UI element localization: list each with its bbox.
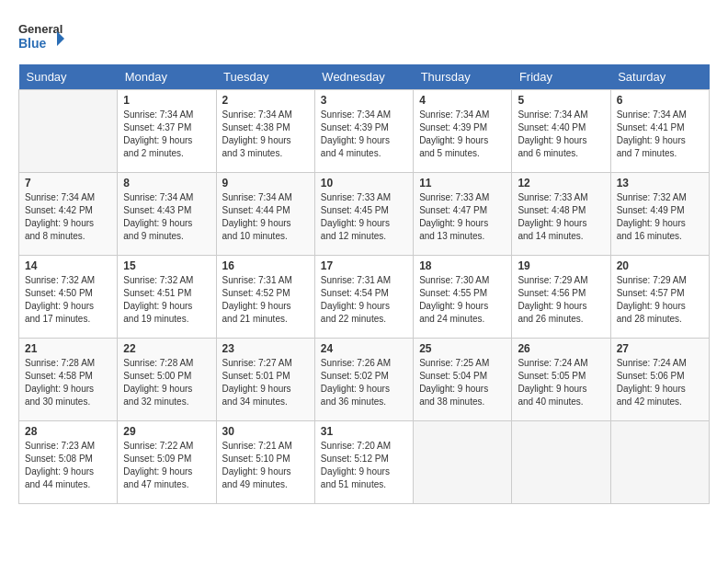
day-info: Sunrise: 7:34 AM Sunset: 4:39 PM Dayligh… xyxy=(419,109,506,160)
day-info: Sunrise: 7:26 AM Sunset: 5:02 PM Dayligh… xyxy=(321,357,407,408)
calendar-table: SundayMondayTuesdayWednesdayThursdayFrid… xyxy=(18,64,710,504)
calendar-cell: 7Sunrise: 7:34 AM Sunset: 4:42 PM Daylig… xyxy=(19,173,118,256)
calendar-cell: 13Sunrise: 7:32 AM Sunset: 4:49 PM Dayli… xyxy=(610,173,709,256)
day-info: Sunrise: 7:32 AM Sunset: 4:49 PM Dayligh… xyxy=(617,191,703,243)
day-number: 20 xyxy=(617,259,703,272)
day-info: Sunrise: 7:34 AM Sunset: 4:44 PM Dayligh… xyxy=(222,191,309,243)
day-info: Sunrise: 7:32 AM Sunset: 4:51 PM Dayligh… xyxy=(123,274,210,326)
day-number: 8 xyxy=(123,177,210,190)
day-info: Sunrise: 7:29 AM Sunset: 4:56 PM Dayligh… xyxy=(518,274,604,326)
day-info: Sunrise: 7:22 AM Sunset: 5:09 PM Dayligh… xyxy=(123,440,210,491)
page-header: GeneralBlue xyxy=(18,18,710,55)
day-number: 3 xyxy=(321,94,407,107)
calendar-cell: 26Sunrise: 7:24 AM Sunset: 5:05 PM Dayli… xyxy=(512,339,610,421)
day-info: Sunrise: 7:21 AM Sunset: 5:10 PM Dayligh… xyxy=(222,440,309,491)
calendar-cell: 4Sunrise: 7:34 AM Sunset: 4:39 PM Daylig… xyxy=(414,90,512,173)
calendar-week-row: 14Sunrise: 7:32 AM Sunset: 4:50 PM Dayli… xyxy=(19,256,710,339)
header-day: Friday xyxy=(512,64,610,90)
calendar-cell: 6Sunrise: 7:34 AM Sunset: 4:41 PM Daylig… xyxy=(610,90,709,173)
day-info: Sunrise: 7:34 AM Sunset: 4:42 PM Dayligh… xyxy=(25,191,111,243)
day-number: 23 xyxy=(222,342,309,355)
day-number: 25 xyxy=(419,342,506,355)
calendar-cell: 15Sunrise: 7:32 AM Sunset: 4:51 PM Dayli… xyxy=(118,256,216,339)
day-info: Sunrise: 7:31 AM Sunset: 4:52 PM Dayligh… xyxy=(222,274,309,326)
day-number: 11 xyxy=(419,177,506,190)
calendar-cell: 19Sunrise: 7:29 AM Sunset: 4:56 PM Dayli… xyxy=(512,256,610,339)
day-number: 9 xyxy=(222,177,309,190)
svg-text:General: General xyxy=(18,22,63,36)
calendar-cell: 2Sunrise: 7:34 AM Sunset: 4:38 PM Daylig… xyxy=(216,90,314,173)
calendar-cell: 10Sunrise: 7:33 AM Sunset: 4:45 PM Dayli… xyxy=(314,173,413,256)
calendar-cell: 31Sunrise: 7:20 AM Sunset: 5:12 PM Dayli… xyxy=(314,421,413,504)
calendar-cell: 22Sunrise: 7:28 AM Sunset: 5:00 PM Dayli… xyxy=(118,339,216,421)
calendar-cell: 25Sunrise: 7:25 AM Sunset: 5:04 PM Dayli… xyxy=(414,339,512,421)
day-number: 18 xyxy=(419,259,506,272)
day-number: 5 xyxy=(518,94,604,107)
logo-svg: GeneralBlue xyxy=(18,18,64,55)
day-number: 22 xyxy=(123,342,210,355)
calendar-cell: 1Sunrise: 7:34 AM Sunset: 4:37 PM Daylig… xyxy=(118,90,216,173)
day-number: 12 xyxy=(518,177,604,190)
header-day: Monday xyxy=(118,64,216,90)
calendar-cell: 9Sunrise: 7:34 AM Sunset: 4:44 PM Daylig… xyxy=(216,173,314,256)
day-number: 21 xyxy=(25,342,111,355)
header-day: Saturday xyxy=(610,64,709,90)
calendar-week-row: 28Sunrise: 7:23 AM Sunset: 5:08 PM Dayli… xyxy=(19,421,710,504)
calendar-cell: 14Sunrise: 7:32 AM Sunset: 4:50 PM Dayli… xyxy=(19,256,118,339)
calendar-cell xyxy=(414,421,512,504)
day-info: Sunrise: 7:33 AM Sunset: 4:48 PM Dayligh… xyxy=(518,191,604,243)
calendar-cell: 5Sunrise: 7:34 AM Sunset: 4:40 PM Daylig… xyxy=(512,90,610,173)
day-number: 15 xyxy=(123,259,210,272)
day-info: Sunrise: 7:34 AM Sunset: 4:41 PM Dayligh… xyxy=(617,109,703,160)
calendar-cell: 17Sunrise: 7:31 AM Sunset: 4:54 PM Dayli… xyxy=(314,256,413,339)
day-info: Sunrise: 7:32 AM Sunset: 4:50 PM Dayligh… xyxy=(25,274,111,326)
day-info: Sunrise: 7:28 AM Sunset: 4:58 PM Dayligh… xyxy=(25,357,111,408)
calendar-cell xyxy=(19,90,118,173)
calendar-cell: 16Sunrise: 7:31 AM Sunset: 4:52 PM Dayli… xyxy=(216,256,314,339)
day-number: 10 xyxy=(321,177,407,190)
calendar-cell: 30Sunrise: 7:21 AM Sunset: 5:10 PM Dayli… xyxy=(216,421,314,504)
day-info: Sunrise: 7:24 AM Sunset: 5:06 PM Dayligh… xyxy=(617,357,703,408)
day-info: Sunrise: 7:29 AM Sunset: 4:57 PM Dayligh… xyxy=(617,274,703,326)
day-info: Sunrise: 7:34 AM Sunset: 4:37 PM Dayligh… xyxy=(123,109,210,160)
calendar-cell: 8Sunrise: 7:34 AM Sunset: 4:43 PM Daylig… xyxy=(118,173,216,256)
day-number: 14 xyxy=(25,259,111,272)
day-number: 19 xyxy=(518,259,604,272)
calendar-cell: 12Sunrise: 7:33 AM Sunset: 4:48 PM Dayli… xyxy=(512,173,610,256)
day-number: 7 xyxy=(25,177,111,190)
calendar-week-row: 21Sunrise: 7:28 AM Sunset: 4:58 PM Dayli… xyxy=(19,339,710,421)
header-day: Tuesday xyxy=(216,64,314,90)
header-day: Sunday xyxy=(19,64,118,90)
calendar-cell: 24Sunrise: 7:26 AM Sunset: 5:02 PM Dayli… xyxy=(314,339,413,421)
day-info: Sunrise: 7:34 AM Sunset: 4:39 PM Dayligh… xyxy=(321,109,407,160)
day-number: 29 xyxy=(123,425,210,438)
day-number: 31 xyxy=(321,425,407,438)
day-info: Sunrise: 7:28 AM Sunset: 5:00 PM Dayligh… xyxy=(123,357,210,408)
calendar-cell: 3Sunrise: 7:34 AM Sunset: 4:39 PM Daylig… xyxy=(314,90,413,173)
day-number: 13 xyxy=(617,177,703,190)
day-number: 16 xyxy=(222,259,309,272)
header-day: Thursday xyxy=(414,64,512,90)
calendar-cell: 21Sunrise: 7:28 AM Sunset: 4:58 PM Dayli… xyxy=(19,339,118,421)
day-info: Sunrise: 7:33 AM Sunset: 4:47 PM Dayligh… xyxy=(419,191,506,243)
calendar-cell xyxy=(512,421,610,504)
calendar-cell: 18Sunrise: 7:30 AM Sunset: 4:55 PM Dayli… xyxy=(414,256,512,339)
day-info: Sunrise: 7:27 AM Sunset: 5:01 PM Dayligh… xyxy=(222,357,309,408)
svg-text:Blue: Blue xyxy=(18,36,47,51)
calendar-cell: 11Sunrise: 7:33 AM Sunset: 4:47 PM Dayli… xyxy=(414,173,512,256)
calendar-week-row: 7Sunrise: 7:34 AM Sunset: 4:42 PM Daylig… xyxy=(19,173,710,256)
day-info: Sunrise: 7:23 AM Sunset: 5:08 PM Dayligh… xyxy=(25,440,111,491)
calendar-cell xyxy=(610,421,709,504)
calendar-cell: 27Sunrise: 7:24 AM Sunset: 5:06 PM Dayli… xyxy=(610,339,709,421)
calendar-cell: 23Sunrise: 7:27 AM Sunset: 5:01 PM Dayli… xyxy=(216,339,314,421)
day-info: Sunrise: 7:20 AM Sunset: 5:12 PM Dayligh… xyxy=(321,440,407,491)
day-info: Sunrise: 7:34 AM Sunset: 4:38 PM Dayligh… xyxy=(222,109,309,160)
day-info: Sunrise: 7:33 AM Sunset: 4:45 PM Dayligh… xyxy=(321,191,407,243)
day-number: 28 xyxy=(25,425,111,438)
day-number: 26 xyxy=(518,342,604,355)
day-info: Sunrise: 7:24 AM Sunset: 5:05 PM Dayligh… xyxy=(518,357,604,408)
day-info: Sunrise: 7:30 AM Sunset: 4:55 PM Dayligh… xyxy=(419,274,506,326)
day-info: Sunrise: 7:34 AM Sunset: 4:43 PM Dayligh… xyxy=(123,191,210,243)
day-number: 4 xyxy=(419,94,506,107)
day-number: 1 xyxy=(123,94,210,107)
